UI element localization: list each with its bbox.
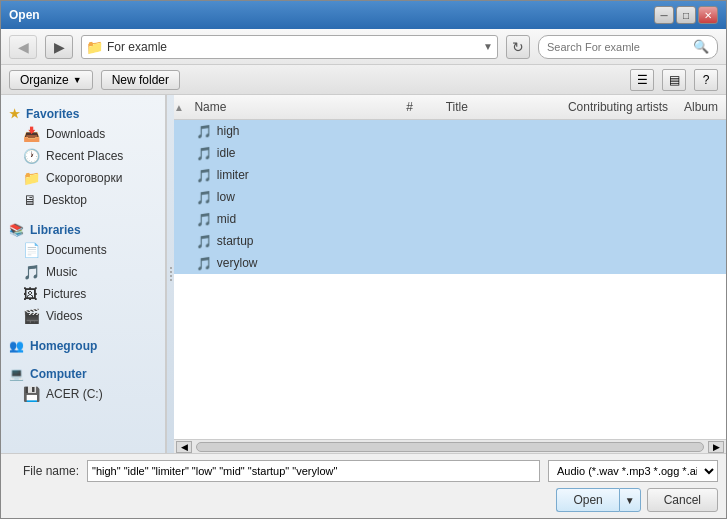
file-album-cell	[710, 218, 726, 220]
new-folder-button[interactable]: New folder	[101, 70, 180, 90]
file-number-cell	[422, 196, 464, 198]
drive-label: ACER (C:)	[46, 387, 103, 401]
audio-file-icon: 🎵	[196, 234, 212, 249]
organize-button[interactable]: Organize ▼	[9, 70, 93, 90]
table-row[interactable]: 🎵 verylow	[174, 252, 726, 274]
file-area: ▲ Name # Title Contributing artists Albu…	[174, 95, 726, 453]
file-title-cell	[464, 218, 598, 220]
table-row[interactable]: 🎵 high	[174, 120, 726, 142]
videos-label: Videos	[46, 309, 82, 323]
grip-dot-3	[170, 275, 172, 277]
audio-file-icon: 🎵	[196, 124, 212, 139]
col-header-artist[interactable]: Contributing artists	[560, 98, 676, 116]
sidebar-item-pictures[interactable]: 🖼 Pictures	[5, 283, 161, 305]
file-album-cell	[710, 130, 726, 132]
search-icon[interactable]: 🔍	[693, 39, 709, 54]
table-row[interactable]: 🎵 idle	[174, 142, 726, 164]
main-area: ★ Favorites 📥 Downloads 🕐 Recent Places …	[1, 95, 726, 453]
refresh-button[interactable]: ↻	[506, 35, 530, 59]
file-name-text: verylow	[217, 256, 258, 270]
sidebar-item-drive[interactable]: 💾 ACER (C:)	[5, 383, 161, 405]
view-button[interactable]: ☰	[630, 69, 654, 91]
forward-button[interactable]: ▶	[45, 35, 73, 59]
minimize-button[interactable]: ─	[654, 6, 674, 24]
file-number-cell	[422, 240, 464, 242]
sidebar-item-videos[interactable]: 🎬 Videos	[5, 305, 161, 327]
artist-col-label: Contributing artists	[568, 100, 668, 114]
libraries-icon: 📚	[9, 223, 24, 237]
libraries-label: Libraries	[30, 223, 81, 237]
file-list-container[interactable]: ▲ Name # Title Contributing artists Albu…	[174, 95, 726, 439]
col-header-album[interactable]: Album	[676, 98, 726, 116]
col-header-title[interactable]: Title	[438, 98, 560, 116]
videos-icon: 🎬	[23, 308, 40, 324]
window-controls: ─ □ ✕	[654, 6, 718, 24]
name-col-label: Name	[194, 100, 226, 114]
open-button-group: Open ▼	[556, 488, 640, 512]
help-button[interactable]: ?	[694, 69, 718, 91]
scroll-right-button[interactable]: ▶	[708, 441, 724, 453]
open-button[interactable]: Open	[556, 488, 618, 512]
table-row[interactable]: 🎵 startup	[174, 230, 726, 252]
new-folder-label: New folder	[112, 73, 169, 87]
file-album-cell	[710, 240, 726, 242]
file-artist-cell	[599, 196, 710, 198]
sidebar-divider-3	[5, 355, 161, 363]
filetype-select[interactable]: Audio (*.wav *.mp3 *.ogg *.aif .	[548, 460, 718, 482]
horizontal-scrollbar-thumb[interactable]	[196, 442, 704, 452]
file-title-cell	[464, 240, 598, 242]
table-row[interactable]: 🎵 mid	[174, 208, 726, 230]
title-bar: Open ─ □ ✕	[1, 1, 726, 29]
homegroup-label: Homegroup	[30, 339, 97, 353]
sidebar-item-music[interactable]: 🎵 Music	[5, 261, 161, 283]
grip-dot-2	[170, 271, 172, 273]
file-album-cell	[710, 262, 726, 264]
sidebar-item-recent-places[interactable]: 🕐 Recent Places	[5, 145, 161, 167]
drive-icon: 💾	[23, 386, 40, 402]
computer-icon: 💻	[9, 367, 24, 381]
audio-file-icon: 🎵	[196, 212, 212, 227]
music-label: Music	[46, 265, 77, 279]
file-name-text: idle	[217, 146, 236, 160]
sidebar-item-desktop[interactable]: 🖥 Desktop	[5, 189, 161, 211]
sidebar-item-downloads[interactable]: 📥 Downloads	[5, 123, 161, 145]
sidebar-divider-1	[5, 211, 161, 219]
scroll-left-button[interactable]: ◀	[176, 441, 192, 453]
libraries-section: 📚 Libraries	[5, 219, 161, 239]
col-header-number[interactable]: #	[398, 98, 437, 116]
action-row: Open ▼ Cancel	[9, 488, 718, 512]
back-button[interactable]: ◀	[9, 35, 37, 59]
horizontal-scrollbar-area: ◀ ▶	[174, 439, 726, 453]
desktop-label: Desktop	[43, 193, 87, 207]
dialog-title: Open	[9, 8, 40, 22]
col-header-name[interactable]: Name	[186, 98, 398, 116]
table-row[interactable]: 🎵 low	[174, 186, 726, 208]
view-details-button[interactable]: ▤	[662, 69, 686, 91]
documents-icon: 📄	[23, 242, 40, 258]
sidebar: ★ Favorites 📥 Downloads 🕐 Recent Places …	[1, 95, 166, 453]
sidebar-item-documents[interactable]: 📄 Documents	[5, 239, 161, 261]
file-artist-cell	[599, 218, 710, 220]
grip-dot-4	[170, 279, 172, 281]
search-input[interactable]	[547, 41, 689, 53]
close-button[interactable]: ✕	[698, 6, 718, 24]
filename-input[interactable]	[87, 460, 540, 482]
grip-dots	[170, 267, 172, 281]
cancel-button[interactable]: Cancel	[647, 488, 718, 512]
maximize-button[interactable]: □	[676, 6, 696, 24]
address-text: For examle	[107, 40, 479, 54]
favorites-label: Favorites	[26, 107, 79, 121]
file-number-cell	[422, 130, 464, 132]
search-bar[interactable]: 🔍	[538, 35, 718, 59]
file-artist-cell	[599, 174, 710, 176]
sidebar-resize-handle[interactable]	[166, 95, 174, 453]
open-dropdown-button[interactable]: ▼	[619, 488, 641, 512]
table-row[interactable]: 🎵 limiter	[174, 164, 726, 186]
sidebar-item-custom[interactable]: 📁 Скороговорки	[5, 167, 161, 189]
address-dropdown-arrow[interactable]: ▼	[483, 41, 493, 52]
address-bar[interactable]: 📁 For examle ▼	[81, 35, 498, 59]
file-name-text: mid	[217, 212, 236, 226]
file-name-cell: 🎵 startup	[188, 233, 422, 250]
bottom-bar: File name: Audio (*.wav *.mp3 *.ogg *.ai…	[1, 453, 726, 518]
file-name-text: startup	[217, 234, 254, 248]
